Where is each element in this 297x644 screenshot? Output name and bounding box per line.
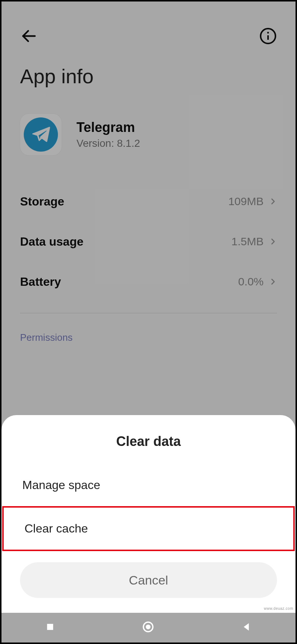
battery-value: 0.0%: [238, 275, 264, 288]
app-icon: [20, 114, 62, 155]
clear-data-sheet: Clear data Manage space Clear cache Canc…: [1, 415, 296, 613]
sheet-title: Clear data: [1, 434, 296, 449]
data-usage-row[interactable]: Data usage 1.5MB: [20, 221, 277, 262]
svg-point-3: [267, 32, 269, 34]
data-usage-value-group: 1.5MB: [231, 235, 277, 248]
clear-cache-highlight: Clear cache: [2, 506, 295, 551]
chevron-right-icon: [269, 237, 277, 246]
divider: [20, 313, 277, 313]
system-nav-bar: [1, 613, 296, 643]
app-meta: Telegram Version: 8.1.2: [76, 120, 140, 149]
svg-point-6: [146, 625, 151, 630]
permissions-section-title: Permissions: [20, 332, 277, 343]
back-icon[interactable]: [20, 27, 38, 46]
recent-apps-icon[interactable]: [45, 622, 55, 634]
battery-row[interactable]: Battery 0.0%: [20, 262, 277, 302]
app-header: Telegram Version: 8.1.2: [20, 110, 277, 166]
telegram-icon: [24, 117, 58, 152]
home-icon[interactable]: [142, 621, 154, 635]
info-icon[interactable]: [259, 27, 277, 46]
page-title: App info: [20, 65, 277, 88]
battery-value-group: 0.0%: [238, 275, 277, 288]
svg-point-1: [261, 29, 275, 43]
cancel-button[interactable]: Cancel: [20, 562, 277, 598]
chevron-right-icon: [269, 197, 277, 206]
app-name: Telegram: [76, 120, 140, 135]
data-usage-value: 1.5MB: [231, 235, 264, 248]
app-version: Version: 8.1.2: [76, 137, 140, 149]
watermark: www.deuaz.com: [264, 606, 293, 611]
storage-value-group: 109MB: [228, 195, 277, 208]
storage-row[interactable]: Storage 109MB: [20, 181, 277, 221]
clear-cache-option[interactable]: Clear cache: [4, 508, 293, 550]
top-bar: [20, 1, 277, 54]
back-nav-icon[interactable]: [241, 621, 252, 634]
battery-label: Battery: [20, 275, 61, 289]
data-usage-label: Data usage: [20, 235, 84, 249]
chevron-right-icon: [269, 278, 277, 286]
device-frame: App info Telegram Version: 8.1.2 Storage…: [0, 0, 297, 644]
manage-space-option[interactable]: Manage space: [1, 464, 296, 506]
storage-value: 109MB: [228, 195, 264, 208]
svg-rect-4: [47, 624, 53, 630]
cancel-label: Cancel: [129, 573, 168, 588]
storage-label: Storage: [20, 195, 64, 208]
